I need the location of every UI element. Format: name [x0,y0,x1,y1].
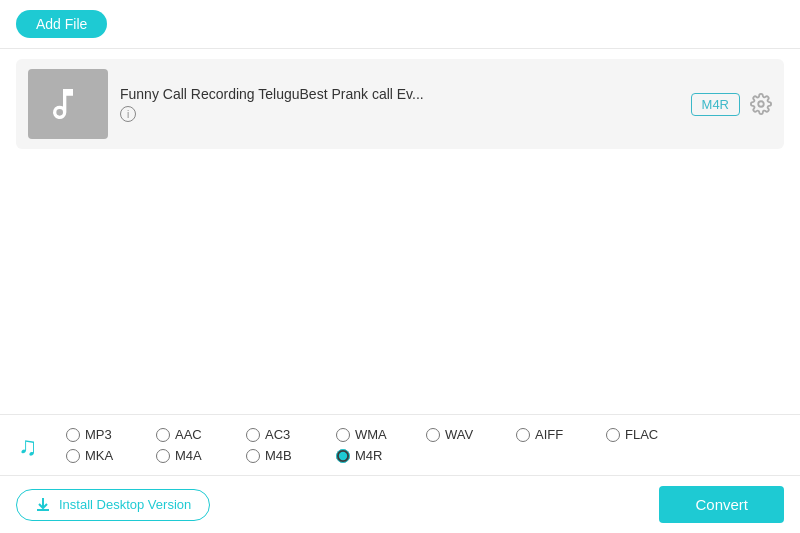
format-radio-aiff[interactable] [516,428,530,442]
music-icon [48,84,88,124]
file-info: Funny Call Recording TeluguBest Prank ca… [120,86,679,122]
format-radio-wma[interactable] [336,428,350,442]
format-radio-ac3[interactable] [246,428,260,442]
header-bar: Add File [0,0,800,49]
format-music-icon: ♫ [16,425,56,465]
format-option-aac[interactable]: AAC [156,427,226,442]
install-label: Install Desktop Version [59,497,191,512]
format-radio-wav[interactable] [426,428,440,442]
svg-text:♫: ♫ [18,431,38,461]
download-icon [35,497,51,513]
format-option-m4b[interactable]: M4B [246,448,316,463]
format-option-mp3[interactable]: MP3 [66,427,136,442]
file-name: Funny Call Recording TeluguBest Prank ca… [120,86,679,102]
install-desktop-button[interactable]: Install Desktop Version [16,489,210,521]
format-row-2: MKA M4A M4B M4R [66,448,784,463]
format-badge[interactable]: M4R [691,93,740,116]
format-option-flac[interactable]: FLAC [606,427,676,442]
format-option-wma[interactable]: WMA [336,427,406,442]
format-radio-mka[interactable] [66,449,80,463]
file-list: Funny Call Recording TeluguBest Prank ca… [0,49,800,414]
format-option-mka[interactable]: MKA [66,448,136,463]
format-selector: ♫ MP3 AAC AC3 WMA WAV AIFF FLAC [0,414,800,475]
format-radio-m4a[interactable] [156,449,170,463]
format-option-m4a[interactable]: M4A [156,448,226,463]
format-radio-aac[interactable] [156,428,170,442]
svg-point-0 [758,101,764,107]
add-file-button[interactable]: Add File [16,10,107,38]
format-radio-flac[interactable] [606,428,620,442]
settings-icon[interactable] [750,93,772,115]
file-thumbnail [28,69,108,139]
format-option-wav[interactable]: WAV [426,427,496,442]
format-option-m4r[interactable]: M4R [336,448,406,463]
convert-button[interactable]: Convert [659,486,784,523]
format-option-ac3[interactable]: AC3 [246,427,316,442]
format-options: MP3 AAC AC3 WMA WAV AIFF FLAC [66,427,784,463]
file-actions: M4R [691,93,772,116]
format-option-aiff[interactable]: AIFF [516,427,586,442]
footer: Install Desktop Version Convert [0,475,800,533]
format-radio-mp3[interactable] [66,428,80,442]
file-item: Funny Call Recording TeluguBest Prank ca… [16,59,784,149]
info-icon[interactable]: i [120,106,136,122]
format-radio-m4b[interactable] [246,449,260,463]
format-row-1: MP3 AAC AC3 WMA WAV AIFF FLAC [66,427,784,442]
format-radio-m4r[interactable] [336,449,350,463]
